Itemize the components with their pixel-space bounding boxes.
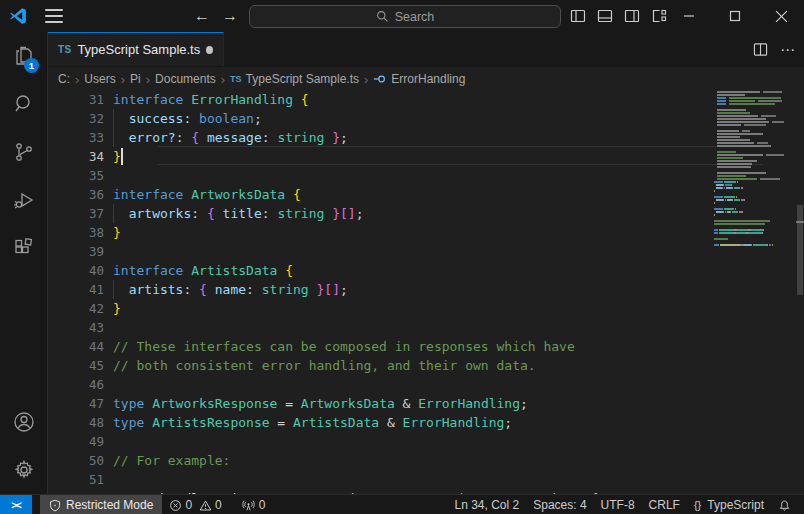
line-number[interactable]: 37 — [48, 204, 104, 223]
breadcrumb-item[interactable]: ErrorHandling — [373, 72, 465, 86]
code-line[interactable]: 42} — [48, 299, 804, 318]
window-close-button[interactable] — [758, 0, 804, 32]
line-number[interactable]: 41 — [48, 280, 104, 299]
line-number[interactable]: 44 — [48, 337, 104, 356]
code-line[interactable]: 33 error?: { message: string }; — [48, 128, 804, 147]
accounts-icon[interactable] — [0, 398, 47, 446]
extensions-icon[interactable] — [0, 224, 47, 272]
modified-dot-icon[interactable] — [206, 46, 213, 54]
editor-more-actions-icon[interactable]: ⋯ — [780, 41, 796, 59]
code-line[interactable]: 31interface ErrorHandling { — [48, 91, 804, 109]
code-line[interactable]: 38} — [48, 223, 804, 242]
search-icon — [376, 10, 389, 23]
breadcrumb-item[interactable]: C: — [58, 72, 70, 86]
code-line-text: artworks: { title: string }[]; — [113, 204, 364, 223]
code-line[interactable]: 39 — [48, 242, 804, 261]
code-line[interactable]: 45// both consistent error handling, and… — [48, 356, 804, 375]
line-number[interactable]: 43 — [48, 318, 104, 337]
warnings-icon — [199, 499, 212, 512]
line-number[interactable]: 36 — [48, 185, 104, 204]
line-number[interactable]: 45 — [48, 356, 104, 375]
line-number[interactable]: 40 — [48, 261, 104, 280]
cursor-position-item[interactable]: Ln 34, Col 2 — [448, 495, 527, 514]
scrollbar-slider[interactable] — [797, 205, 803, 295]
minimap-row — [714, 217, 796, 219]
run-debug-icon[interactable] — [0, 176, 47, 224]
code-line[interactable]: 51 — [48, 470, 804, 489]
minimap-row — [714, 145, 796, 147]
problems-item[interactable]: 0 0 — [162, 495, 228, 514]
search-command-center[interactable]: Search — [249, 5, 561, 28]
code-line[interactable]: 43 — [48, 318, 804, 337]
code-line[interactable]: 34} — [48, 147, 804, 166]
code-line[interactable]: 36interface ArtworksData { — [48, 185, 804, 204]
source-control-icon[interactable] — [0, 128, 47, 176]
notifications-item[interactable] — [771, 495, 798, 514]
line-number[interactable]: 48 — [48, 413, 104, 432]
code-line-text: interface ArtistsData { — [113, 261, 293, 280]
search-sidebar-icon[interactable] — [0, 80, 47, 128]
line-number[interactable]: 39 — [48, 242, 104, 261]
tab-typescript-sample[interactable]: TS TypeScript Sample.ts — [48, 32, 224, 66]
line-number[interactable]: 49 — [48, 432, 104, 451]
indent-guide — [113, 128, 114, 147]
minimap-row — [714, 226, 796, 228]
code-line[interactable]: 37 artworks: { title: string }[]; — [48, 204, 804, 223]
breadcrumb-item[interactable]: Documents — [155, 72, 216, 86]
line-number[interactable]: 35 — [48, 166, 104, 185]
code-editor[interactable]: 31interface ErrorHandling {32 success: b… — [48, 91, 804, 494]
breadcrumb-item[interactable]: Pi — [130, 72, 141, 86]
line-number[interactable]: 42 — [48, 299, 104, 318]
minimap-row — [714, 160, 796, 162]
code-line[interactable]: 49 — [48, 432, 804, 451]
toggle-primary-sidebar-icon[interactable] — [570, 8, 586, 24]
line-number[interactable]: 47 — [48, 394, 104, 413]
line-number[interactable]: 34 — [48, 147, 104, 166]
line-number[interactable]: 32 — [48, 109, 104, 128]
toggle-panel-icon[interactable] — [597, 8, 613, 24]
line-number[interactable]: 31 — [48, 91, 104, 109]
language-mode-item[interactable]: {} TypeScript — [687, 495, 771, 514]
code-line[interactable]: 44// These interfaces can be composed in… — [48, 337, 804, 356]
code-line-text: interface ErrorHandling { — [113, 91, 309, 109]
minimap-row — [714, 154, 796, 156]
code-line[interactable]: 35 — [48, 166, 804, 185]
editor-scrollbar[interactable] — [796, 91, 804, 494]
line-number[interactable]: 38 — [48, 223, 104, 242]
indentation-item[interactable]: Spaces: 4 — [526, 495, 593, 514]
code-line[interactable]: 40interface ArtistsData { — [48, 261, 804, 280]
minimap-row — [714, 166, 796, 168]
remote-indicator[interactable]: >< — [0, 495, 32, 514]
code-line[interactable]: 48type ArtistsResponse = ArtistsData & E… — [48, 413, 804, 432]
minimap-row — [714, 208, 796, 210]
explorer-icon[interactable]: 1 — [0, 32, 47, 80]
ports-item[interactable]: 0 — [235, 495, 273, 514]
window-maximize-button[interactable] — [712, 0, 758, 32]
settings-gear-icon[interactable] — [0, 446, 47, 494]
activity-bar: 1 — [0, 32, 48, 494]
line-number[interactable]: 51 — [48, 470, 104, 489]
eol-item[interactable]: CRLF — [642, 495, 687, 514]
minimap-row — [714, 109, 796, 111]
breadcrumb-item[interactable]: TSTypeScript Sample.ts — [230, 72, 359, 86]
menu-hamburger-icon[interactable] — [45, 9, 63, 23]
toggle-secondary-sidebar-icon[interactable] — [624, 8, 640, 24]
code-line[interactable]: 32 success: boolean; — [48, 109, 804, 128]
code-line[interactable]: 47type ArtworksResponse = ArtworksData &… — [48, 394, 804, 413]
line-number[interactable]: 33 — [48, 128, 104, 147]
nav-back-button[interactable]: ← — [190, 3, 214, 29]
restricted-mode-item[interactable]: Restricted Mode — [40, 495, 162, 514]
code-line[interactable]: 46 — [48, 375, 804, 394]
remote-icon: >< — [11, 500, 21, 511]
encoding-item[interactable]: UTF-8 — [594, 495, 642, 514]
code-line[interactable]: 50// For example: — [48, 451, 804, 470]
line-number[interactable]: 50 — [48, 451, 104, 470]
customize-layout-icon[interactable] — [651, 8, 667, 24]
code-line[interactable]: 41 artists: { name: string }[]; — [48, 280, 804, 299]
nav-forward-button[interactable]: → — [218, 3, 242, 29]
minimap[interactable] — [714, 91, 796, 494]
split-editor-icon[interactable] — [753, 42, 768, 57]
breadcrumb-item[interactable]: Users — [84, 72, 115, 86]
window-minimize-button[interactable] — [666, 0, 712, 32]
line-number[interactable]: 46 — [48, 375, 104, 394]
